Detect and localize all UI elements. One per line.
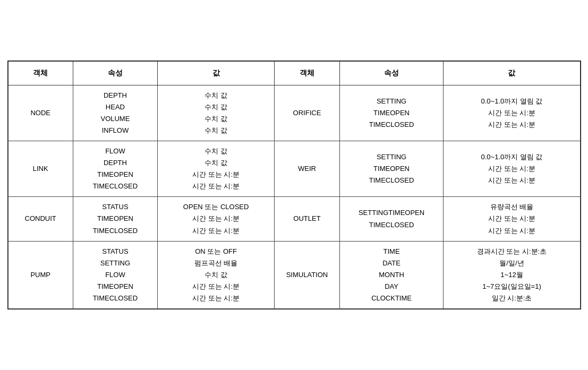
header-val2: 값 xyxy=(444,61,580,85)
cell-val-right-3: 경과시간 또는 시:분:초 월/일/년 1~12월 1~7요일(일요일=1) 일… xyxy=(444,241,580,308)
cell-attr-right-1: SETTING TIMEOPEN TIMECLOSED xyxy=(339,141,444,197)
cell-val-left-1: 수치 값 수치 값 시간 또는 시:분 시간 또는 시:분 xyxy=(157,141,274,197)
header-obj1: 객체 xyxy=(8,61,73,85)
header-attr1: 속성 xyxy=(73,61,157,85)
table-row: CONDUITSTATUS TIMEOPEN TIMECLOSEDOPEN 또는… xyxy=(8,197,580,241)
cell-attr-left-1: FLOW DEPTH TIMEOPEN TIMECLOSED xyxy=(73,141,157,197)
data-table: 객체 속성 값 객체 속성 값 NODEDEPTH HEAD VOLUME IN… xyxy=(8,61,581,309)
cell-obj-left-3: PUMP xyxy=(8,241,73,308)
cell-obj-right-3: SIMULATION xyxy=(275,241,339,308)
cell-attr-right-2: SETTINGTIMEOPEN TIMECLOSED xyxy=(339,197,444,241)
cell-val-right-1: 0.0~1.0까지 열림 값 시간 또는 시:분 시간 또는 시:분 xyxy=(444,141,580,197)
cell-val-left-2: OPEN 또는 CLOSED 시간 또는 시:분 시간 또는 시:분 xyxy=(157,197,274,241)
cell-attr-left-2: STATUS TIMEOPEN TIMECLOSED xyxy=(73,197,157,241)
main-table-container: 객체 속성 값 객체 속성 값 NODEDEPTH HEAD VOLUME IN… xyxy=(7,61,581,309)
cell-obj-left-1: LINK xyxy=(8,141,73,197)
cell-obj-left-0: NODE xyxy=(8,85,73,141)
cell-attr-right-0: SETTING TIMEOPEN TIMECLOSED xyxy=(339,85,444,141)
table-row: NODEDEPTH HEAD VOLUME INFLOW수치 값 수치 값 수치… xyxy=(8,85,580,141)
cell-val-right-0: 0.0~1.0까지 열림 값 시간 또는 시:분 시간 또는 시:분 xyxy=(444,85,580,141)
cell-val-right-2: 유량곡선 배율 시간 또는 시:분 시간 또는 시:분 xyxy=(444,197,580,241)
cell-obj-right-2: OUTLET xyxy=(275,197,339,241)
header-row: 객체 속성 값 객체 속성 값 xyxy=(8,61,580,85)
cell-attr-left-0: DEPTH HEAD VOLUME INFLOW xyxy=(73,85,157,141)
header-val1: 값 xyxy=(157,61,274,85)
cell-val-left-0: 수치 값 수치 값 수치 값 수치 값 xyxy=(157,85,274,141)
header-obj2: 객체 xyxy=(275,61,339,85)
table-row: PUMPSTATUS SETTING FLOW TIMEOPEN TIMECLO… xyxy=(8,241,580,308)
table-row: LINKFLOW DEPTH TIMEOPEN TIMECLOSED수치 값 수… xyxy=(8,141,580,197)
cell-attr-left-3: STATUS SETTING FLOW TIMEOPEN TIMECLOSED xyxy=(73,241,157,308)
header-attr2: 속성 xyxy=(339,61,444,85)
cell-val-left-3: ON 또는 OFF 펌프곡선 배율 수치 값 시간 또는 시:분 시간 또는 시… xyxy=(157,241,274,308)
cell-attr-right-3: TIME DATE MONTH DAY CLOCKTIME xyxy=(339,241,444,308)
cell-obj-right-1: WEIR xyxy=(275,141,339,197)
cell-obj-right-0: ORIFICE xyxy=(275,85,339,141)
cell-obj-left-2: CONDUIT xyxy=(8,197,73,241)
